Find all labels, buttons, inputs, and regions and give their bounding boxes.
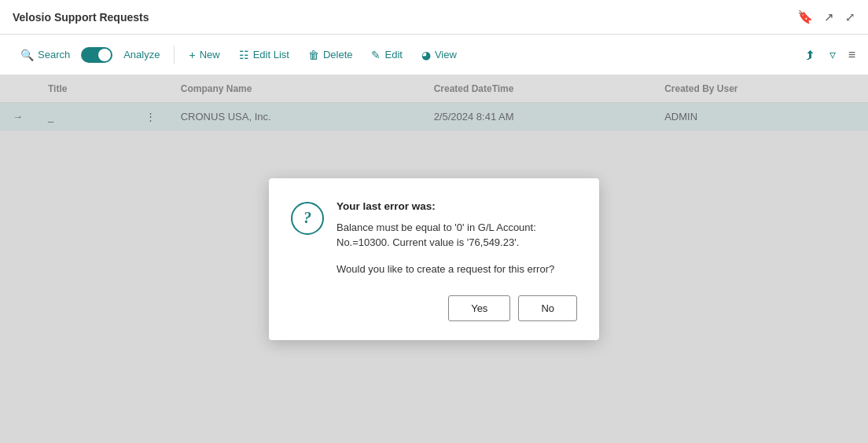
search-button[interactable]: 🔍 Search bbox=[13, 44, 78, 66]
dialog-content: Your last error was: Balance must be equ… bbox=[337, 200, 577, 277]
view-button[interactable]: ◕ View bbox=[414, 44, 465, 66]
table-area: Title Company Name Created DateTime Crea… bbox=[0, 75, 868, 443]
edit-button[interactable]: ✎ Edit bbox=[363, 44, 410, 66]
dialog-question-icon: ? bbox=[291, 202, 324, 235]
new-label: New bbox=[200, 49, 220, 60]
edit-label: Edit bbox=[384, 49, 402, 60]
share-icon[interactable]: ⮭ bbox=[804, 48, 817, 62]
search-label: Search bbox=[38, 49, 70, 60]
question-mark: ? bbox=[303, 209, 311, 227]
modal-overlay: ? Your last error was: Balance must be e… bbox=[0, 75, 868, 443]
new-button[interactable]: + New bbox=[181, 44, 227, 66]
dialog-question: Would you like to create a request for t… bbox=[337, 262, 577, 277]
view-label: View bbox=[435, 49, 457, 60]
error-dialog: ? Your last error was: Balance must be e… bbox=[269, 178, 599, 341]
analyze-label: Analyze bbox=[123, 49, 160, 60]
export-icon[interactable]: ↗︎ bbox=[824, 10, 834, 24]
edit-icon: ✎ bbox=[371, 49, 381, 61]
search-icon: 🔍 bbox=[20, 49, 34, 61]
edit-list-label: Edit List bbox=[253, 49, 289, 60]
delete-label: Delete bbox=[323, 49, 353, 60]
edit-list-icon: ☷ bbox=[239, 49, 249, 61]
toggle-knob bbox=[98, 49, 111, 61]
dialog-message: Balance must be equal to '0' in G/L Acco… bbox=[337, 220, 577, 251]
bookmark-icon[interactable]: 🔖 bbox=[797, 9, 813, 24]
toolbar-left: 🔍 Search Analyze + New ☷ Edit List 🗑 Del… bbox=[13, 44, 465, 66]
analyze-toggle[interactable] bbox=[81, 47, 112, 63]
top-bar: Velosio Support Requests 🔖 ↗︎ ⤢ bbox=[0, 0, 868, 35]
filter-icon[interactable]: ▿ bbox=[829, 47, 836, 62]
dialog-buttons: Yes No bbox=[291, 295, 577, 321]
menu-icon[interactable]: ≡ bbox=[848, 48, 855, 62]
delete-icon: 🗑 bbox=[308, 49, 319, 61]
top-bar-icons: 🔖 ↗︎ ⤢ bbox=[797, 9, 855, 24]
plus-icon: + bbox=[189, 49, 195, 61]
analyze-button[interactable]: Analyze bbox=[116, 44, 167, 65]
expand-icon[interactable]: ⤢ bbox=[845, 10, 855, 24]
view-icon: ◕ bbox=[421, 49, 431, 61]
toolbar: 🔍 Search Analyze + New ☷ Edit List 🗑 Del… bbox=[0, 35, 868, 75]
dialog-title: Your last error was: bbox=[337, 200, 577, 212]
divider-1 bbox=[174, 46, 175, 64]
no-button[interactable]: No bbox=[518, 295, 577, 321]
yes-button[interactable]: Yes bbox=[448, 295, 510, 321]
toolbar-right: ⮭ ▿ ≡ bbox=[804, 47, 855, 62]
edit-list-button[interactable]: ☷ Edit List bbox=[231, 44, 297, 66]
app-title: Velosio Support Requests bbox=[13, 11, 149, 24]
delete-button[interactable]: 🗑 Delete bbox=[300, 44, 361, 66]
dialog-header: ? Your last error was: Balance must be e… bbox=[291, 200, 577, 277]
